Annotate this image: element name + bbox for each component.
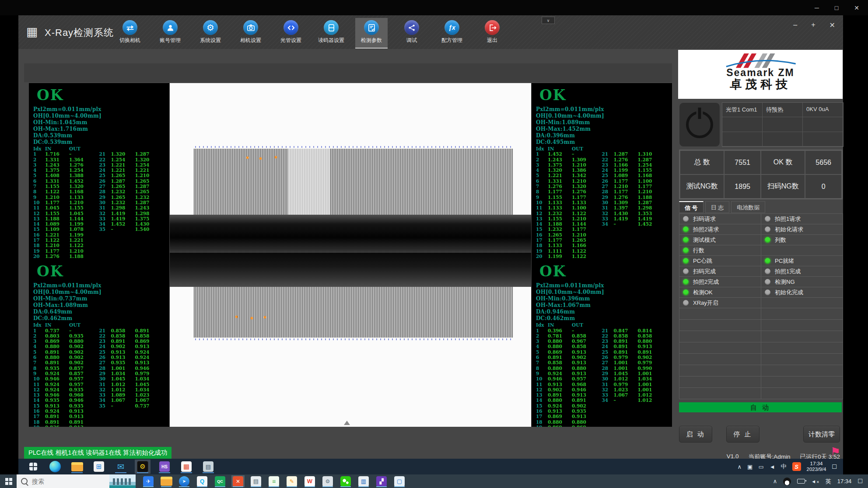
xray-image-viewport[interactable] bbox=[170, 83, 531, 427]
toolbar-overflow-chevron-icon[interactable] bbox=[542, 17, 555, 24]
measure-row: 221.2761.287 bbox=[602, 157, 668, 162]
measure-header: IdxINOUT bbox=[536, 146, 602, 151]
clear-count-button[interactable]: 计数清零 bbox=[803, 426, 840, 443]
toolbar-item-params[interactable]: 检测参数 bbox=[355, 18, 388, 49]
toolbar-item-fx[interactable]: ƒx配方管理 bbox=[436, 18, 468, 49]
signal-cell-empty bbox=[761, 320, 843, 331]
taskbar-app-notepad-edit[interactable] bbox=[285, 475, 298, 487]
ok-count-value: 5656 bbox=[805, 150, 842, 174]
remote-minimize-button[interactable]: ─ bbox=[815, 4, 819, 11]
measure-row: 110.9240.957 bbox=[33, 382, 99, 387]
measure-row: 311.0121.045 bbox=[99, 382, 165, 387]
taskbar-app-seamark-app[interactable] bbox=[231, 475, 245, 487]
taskbar-app-window-app[interactable] bbox=[393, 475, 406, 487]
mail-icon bbox=[116, 461, 126, 472]
remote-clock[interactable]: 17:34 2023/9/4 bbox=[807, 461, 826, 472]
measure-meta-line: DC:0.462mm bbox=[33, 315, 165, 322]
toolbar-item-gear[interactable]: ⚙系统设置 bbox=[194, 18, 227, 49]
result-text: OK bbox=[539, 263, 668, 280]
ime-indicator[interactable]: 中 bbox=[781, 463, 787, 471]
measure-row: 160.9240.913 bbox=[33, 408, 99, 414]
measure-row: 171.1771.265 bbox=[536, 237, 602, 243]
weather-widget[interactable] bbox=[109, 474, 136, 488]
language-indicator[interactable]: 英 bbox=[826, 478, 831, 485]
stop-button[interactable]: 停 止 bbox=[726, 426, 760, 443]
volume-icon[interactable]: ◄ bbox=[770, 464, 775, 470]
cast-icon[interactable]: ▣ bbox=[747, 464, 752, 470]
taskbar-app-wps[interactable] bbox=[303, 475, 316, 487]
notification-icon[interactable]: ☐ bbox=[858, 478, 863, 485]
taskbar-app-wechat[interactable] bbox=[339, 475, 352, 487]
measure-row: 100.9460.957 bbox=[33, 376, 99, 381]
taskbar-app-folder-app[interactable] bbox=[160, 475, 173, 487]
tab-battery-data[interactable]: 电池数据 bbox=[731, 201, 765, 213]
display-icon[interactable]: ▭ bbox=[758, 464, 763, 470]
local-time[interactable]: 17:34 bbox=[837, 478, 852, 485]
toolbar-item-account[interactable]: 账号管理 bbox=[154, 18, 186, 49]
taskbar-app-tool[interactable] bbox=[321, 475, 334, 487]
led-on-icon bbox=[683, 247, 689, 253]
result-text: OK bbox=[37, 263, 165, 280]
volume-mute-icon[interactable] bbox=[811, 478, 819, 485]
taskbar-app-store[interactable] bbox=[91, 460, 107, 474]
signal-label: 初始化完成 bbox=[775, 289, 803, 296]
xray-result-block: OKPxl2mm=0.011mm/plxOH[0.10mm~4.00mm]OH-… bbox=[536, 263, 668, 427]
search-input[interactable] bbox=[31, 478, 98, 485]
start-button-local[interactable] bbox=[5, 478, 12, 485]
tab-signal[interactable]: 信 号 bbox=[679, 201, 704, 213]
measure-row: 51.2211.342 bbox=[536, 173, 602, 178]
signal-cell-empty bbox=[761, 376, 843, 388]
content-header-strip bbox=[24, 63, 672, 82]
app-minimize-button[interactable]: – bbox=[793, 21, 797, 29]
toolbar-item-debug[interactable]: 调试 bbox=[396, 18, 428, 49]
app-close-button[interactable]: ✕ bbox=[830, 21, 835, 29]
counters-table: 总 数 7551 OK 数 5656 测试NG数 1895 扫码NG数 0 bbox=[679, 150, 843, 199]
xray-power-button[interactable] bbox=[679, 102, 720, 147]
measure-row: 171.1221.221 bbox=[33, 237, 99, 243]
taskbar-app-xray-app[interactable] bbox=[135, 460, 150, 474]
measure-row: 21.2431.309 bbox=[536, 157, 602, 162]
notification-icon[interactable]: ☐ bbox=[832, 464, 837, 470]
taskbar-app-qc-app[interactable] bbox=[214, 475, 227, 487]
toolbar-item-camera[interactable]: 相机设置 bbox=[234, 18, 267, 49]
tab-log[interactable]: 日 志 bbox=[705, 201, 730, 213]
toolbar-item-switch-camera[interactable]: 切换相机 bbox=[114, 18, 146, 49]
start-button[interactable]: 启 动 bbox=[679, 426, 712, 443]
measure-row: 161.2651.210 bbox=[536, 232, 602, 237]
qq-icon[interactable] bbox=[783, 478, 791, 485]
sogou-ime-icon[interactable]: S bbox=[792, 462, 801, 471]
taskbar-app-bird-app[interactable] bbox=[142, 475, 155, 487]
toolbar-item-exit[interactable]: 退出 bbox=[476, 18, 508, 49]
battery-icon[interactable] bbox=[797, 479, 805, 484]
measure-row: 34–1.012 bbox=[602, 397, 668, 403]
device-status-banner: PLC在线 相机1在线 读码器1在线 算法初始化成功 bbox=[24, 447, 172, 459]
remote-close-button[interactable]: ✕ bbox=[854, 4, 859, 11]
toolbar-item-reader[interactable]: 读码器设置 bbox=[315, 18, 347, 49]
taskbar-app-notepad[interactable] bbox=[267, 475, 280, 487]
measure-row: 30.8690.880 bbox=[33, 338, 99, 344]
taskbar-app-tiles-app[interactable] bbox=[178, 460, 194, 474]
taskbar-app-edge[interactable] bbox=[47, 460, 63, 474]
taskbar-app-docs[interactable] bbox=[357, 475, 370, 487]
measure-row: 30.8800.967 bbox=[536, 338, 602, 344]
taskbar-app-nav-app[interactable] bbox=[178, 475, 191, 487]
toolbar-item-tube[interactable]: 光管设置 bbox=[275, 18, 307, 49]
taskbar-app-purple-chart[interactable] bbox=[375, 475, 388, 487]
taskbar-app-monitor2-app[interactable] bbox=[249, 475, 262, 487]
led-on-icon bbox=[683, 289, 689, 295]
taskbar-app-mail[interactable] bbox=[113, 460, 129, 474]
remote-maximize-button[interactable]: □ bbox=[835, 4, 838, 11]
taskbar-app-qq-browser[interactable] bbox=[196, 475, 209, 487]
taskbar-search[interactable] bbox=[17, 474, 109, 488]
app-zoom-button[interactable]: + bbox=[811, 21, 815, 29]
chevron-up-icon[interactable]: ∧ bbox=[738, 464, 742, 470]
taskbar-app-hs-app[interactable] bbox=[157, 460, 172, 474]
taskbar-app-start[interactable] bbox=[25, 460, 41, 474]
remote-window-controls: ─ □ ✕ bbox=[815, 0, 859, 15]
taskbar-app-monitor-app[interactable] bbox=[200, 460, 216, 474]
measure-row: 260.9130.924 bbox=[99, 355, 165, 360]
xray-bright-column bbox=[288, 149, 330, 216]
chevron-up-icon[interactable]: ∧ bbox=[773, 478, 777, 485]
taskbar-app-explorer[interactable] bbox=[69, 460, 85, 474]
test-ng-count-label: 测试NG数 bbox=[680, 174, 724, 199]
